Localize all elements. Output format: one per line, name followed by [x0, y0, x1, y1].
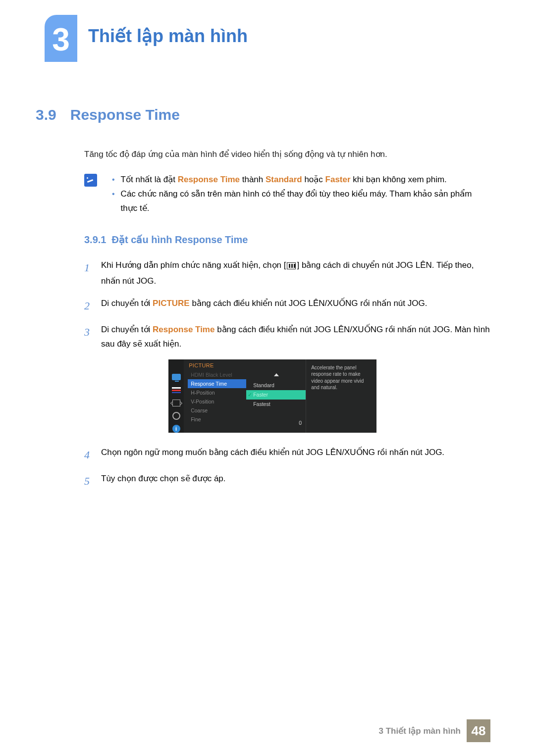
subsection-heading: 3.9.1 Đặt cấu hình Response Time: [84, 234, 490, 246]
page-footer: 3 Thiết lập màn hình 48: [379, 719, 490, 742]
note-block: Tốt nhất là đặt Response Time thành Stan…: [84, 173, 490, 216]
page-number: 48: [467, 719, 490, 742]
info-icon: i: [171, 425, 181, 433]
intro-paragraph: Tăng tốc độ đáp ứng của màn hình để vide…: [84, 148, 490, 161]
step-3: 3 Di chuyển tới Response Time bằng cách …: [84, 323, 490, 352]
section-heading: 3.9 Response Time: [36, 106, 490, 123]
size-icon: [171, 399, 181, 407]
osd-item-response-time: Response Time: [188, 379, 246, 388]
osd-title: PICTURE: [188, 362, 306, 368]
osd-item-h-position: H-Position: [188, 388, 246, 397]
note-item-1: Tốt nhất là đặt Response Time thành Stan…: [112, 173, 490, 187]
monitor-icon: [171, 373, 181, 381]
section-title: Response Time: [70, 106, 180, 123]
step-1: 1 Khi Hướng dẫn phím chức năng xuất hiện…: [84, 258, 490, 289]
arrow-up-icon: [274, 373, 279, 376]
chapter-number-tab: 3: [45, 15, 77, 62]
note-item-2: Các chức năng có sẵn trên màn hình có th…: [112, 187, 490, 216]
footer-chapter-label: 3 Thiết lập màn hình: [379, 726, 461, 736]
osd-item-hdmi-black-level: HDMI Black Level: [188, 370, 246, 379]
chapter-title: Thiết lập màn hình: [88, 26, 248, 47]
chapter-header: 3 Thiết lập màn hình: [45, 15, 490, 62]
settings-gear-icon: [171, 412, 181, 420]
step-5: 5 Tùy chọn được chọn sẽ được áp.: [84, 472, 490, 490]
osd-option-fastest: Fastest: [246, 400, 306, 409]
menu-icon: [286, 260, 297, 274]
osd-fine-value: 0: [246, 418, 306, 428]
note-icon: [84, 174, 97, 187]
section-number: 3.9: [36, 106, 56, 123]
osd-item-v-position: V-Position: [188, 397, 246, 406]
osd-description: Accelerate the panel response rate to ma…: [306, 359, 376, 433]
osd-sidebar: i: [168, 359, 184, 433]
osd-item-coarse: Coarse: [188, 406, 246, 415]
osd-option-faster: Faster: [246, 390, 306, 400]
step-2: 2 Di chuyển tới PICTURE bằng cách điều k…: [84, 297, 490, 315]
osd-item-fine: Fine: [188, 415, 246, 424]
step-4: 4 Chọn ngôn ngữ mong muốn bằng cách điều…: [84, 446, 490, 464]
osd-option-standard: Standard: [246, 381, 306, 390]
color-bars-icon: [171, 386, 181, 394]
osd-screenshot: i PICTURE HDMI Black Level Response Time…: [168, 359, 490, 433]
